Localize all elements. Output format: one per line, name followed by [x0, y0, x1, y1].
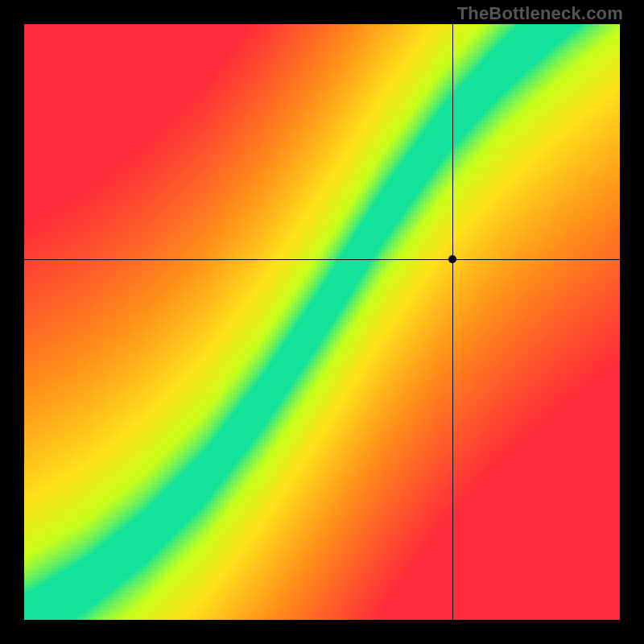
- crosshair-vertical: [452, 24, 453, 620]
- chart-frame: TheBottleneck.com: [0, 0, 644, 644]
- branding-watermark: TheBottleneck.com: [457, 3, 623, 24]
- heatmap-canvas: [24, 24, 620, 620]
- heatmap-plot: [24, 24, 620, 620]
- crosshair-horizontal: [24, 259, 620, 260]
- data-point-marker: [448, 255, 456, 263]
